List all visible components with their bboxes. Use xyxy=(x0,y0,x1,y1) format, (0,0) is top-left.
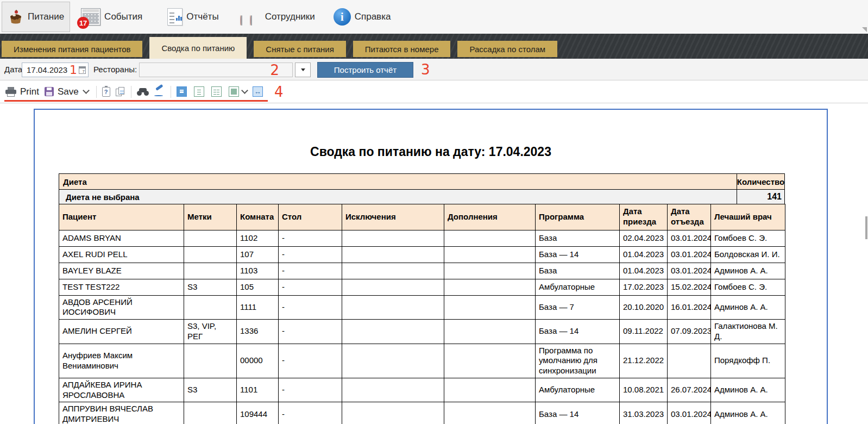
table-cell: 1111 xyxy=(237,295,279,320)
table-cell xyxy=(184,295,237,320)
printer-icon xyxy=(5,87,16,97)
table-cell xyxy=(444,344,536,378)
table-cell xyxy=(444,378,536,402)
table-cell: 1103 xyxy=(237,263,279,279)
table-cell: 03.01.2024 xyxy=(668,246,711,263)
table-header-cell: Исключения xyxy=(342,204,444,230)
nav-item-nutrition[interactable]: Питание xyxy=(2,2,70,32)
table-cell: 01.04.2023 xyxy=(620,246,668,263)
table-cell: - xyxy=(279,378,342,402)
single-page-view-button[interactable] xyxy=(177,86,187,97)
date-picker-icon[interactable] xyxy=(79,66,86,74)
table-header-cell: Программа xyxy=(536,204,620,230)
table-cell: ADAMS BRYAN xyxy=(59,230,184,246)
table-cell xyxy=(184,344,237,378)
separator xyxy=(171,86,171,98)
calendar-icon: 17 xyxy=(81,8,100,26)
annotation-4: 4 xyxy=(274,85,284,99)
table-cell: 31.03.2023 xyxy=(620,402,668,424)
table-cell xyxy=(342,295,444,320)
nav-label-help: Справка xyxy=(355,11,391,22)
table-cell: База — 7 xyxy=(536,295,620,320)
annotation-underline xyxy=(4,100,268,102)
save-button[interactable]: Save xyxy=(45,86,91,97)
table-cell: АВДОВ АРСЕНИЙ ИОСИФОВИЧ xyxy=(59,295,184,320)
two-page-layout-button[interactable] xyxy=(211,86,222,97)
table-cell xyxy=(342,344,444,378)
nav-label-nutrition: Питание xyxy=(28,11,64,22)
copy-page-button[interactable] xyxy=(116,87,125,97)
nav-label-staff: Сотрудники xyxy=(265,11,315,22)
copy-icon xyxy=(116,87,125,97)
date-value: 17.04.2023 xyxy=(27,65,67,74)
tab-eating-in-room[interactable]: Питаются в номере xyxy=(353,41,451,57)
table-row: АМЕЛИН СЕРГЕЙS3, VIP, РЕГ1336-База — 140… xyxy=(59,320,785,344)
table-cell: 1336 xyxy=(237,320,279,344)
diet-header-row: Диета Количество xyxy=(59,174,784,189)
nav-item-reports[interactable]: Отчёты xyxy=(162,2,224,32)
tab-diet-changes[interactable]: Изменения питания пациентов xyxy=(2,41,142,57)
search-button[interactable] xyxy=(137,88,149,96)
table-cell: 15.02.2024 xyxy=(668,279,711,295)
table-cell: Админов А. А. xyxy=(711,263,785,279)
restaurants-dropdown-button[interactable] xyxy=(295,63,311,77)
annotation-2: 2 xyxy=(270,63,279,77)
nav-label-reports: Отчёты xyxy=(186,11,218,22)
report-table-body: ADAMS BRYAN1102-База02.04.202303.01.2024… xyxy=(59,230,785,424)
table-cell: АППРУВИН ВЯЧЕСЛАВ ДМИТРИЕВИЧ xyxy=(59,402,184,424)
one-page-layout-button[interactable] xyxy=(194,86,204,97)
reports-icon xyxy=(167,8,183,26)
table-cell: Гомбоев С. Э. xyxy=(711,279,785,295)
diet-summary-block: Диета Количество Диета не выбрана 141 xyxy=(59,173,785,204)
date-input[interactable]: 17.04.2023 1 xyxy=(22,63,89,77)
table-cell xyxy=(184,263,237,279)
table-cell xyxy=(444,320,536,344)
build-report-button[interactable]: Построить отчёт xyxy=(317,62,413,78)
cake-icon xyxy=(8,9,24,25)
tab-diet-summary[interactable]: Сводка по питанию xyxy=(149,37,247,59)
table-cell: База — 14 xyxy=(536,402,620,424)
table-cell: 10.08.2021 xyxy=(620,378,668,402)
table-row: Ануфриев Максим Вениаминович00000-Програ… xyxy=(59,344,785,378)
table-cell: Админов А. А. xyxy=(711,378,785,402)
vertical-scrollbar[interactable] xyxy=(865,216,867,239)
table-cell: Админов А. А. xyxy=(711,402,785,424)
diet-value-cell: Диета не выбрана xyxy=(59,190,737,204)
table-header-cell: Комната xyxy=(237,204,279,230)
table-row: АПДАЙКЕВА ИРИНА ЯРОСЛАВОВНАS31101-Амбула… xyxy=(59,378,785,402)
print-label: Print xyxy=(20,86,39,97)
page-width-view-button[interactable] xyxy=(253,86,263,97)
pencil-icon xyxy=(154,87,165,97)
table-cell: 21.12.2022 xyxy=(620,344,668,378)
table-cell xyxy=(184,246,237,263)
edit-button[interactable] xyxy=(154,87,165,97)
table-cell: Порядкофф П. xyxy=(711,344,785,378)
table-cell: База xyxy=(536,230,620,246)
table-cell: - xyxy=(279,230,342,246)
table-cell xyxy=(444,279,536,295)
table-header-cell: Дата отъезда xyxy=(668,204,711,230)
table-cell: - xyxy=(279,279,342,295)
table-row: BAYLEY BLAZE1103-База01.04.202303.01.202… xyxy=(59,263,785,279)
table-cell: 07.09.2023 xyxy=(668,320,711,344)
nav-item-help[interactable]: i Справка xyxy=(328,2,397,32)
table-cell: - xyxy=(279,344,342,378)
table-cell xyxy=(668,344,711,378)
report-table-area: Диета Количество Диета не выбрана 141 Па… xyxy=(59,173,785,424)
table-cell: Амбулаторные xyxy=(536,378,620,402)
parameters-button[interactable]: ? xyxy=(102,87,110,97)
tab-table-seating[interactable]: Рассадка по столам xyxy=(457,41,557,57)
table-cell: 01.04.2023 xyxy=(620,263,668,279)
table-cell: 1102 xyxy=(237,230,279,246)
table-cell xyxy=(342,378,444,402)
nav-item-events[interactable]: 17 События xyxy=(76,2,148,32)
table-cell: 26.07.2024 xyxy=(668,378,711,402)
table-cell xyxy=(184,402,237,424)
nav-item-staff[interactable]: Сотрудники xyxy=(234,2,320,32)
tab-removed-from-meals[interactable]: Снятые с питания xyxy=(254,41,345,57)
multi-page-layout-button[interactable] xyxy=(229,86,239,97)
restaurants-select[interactable]: 2 xyxy=(139,63,293,77)
nav-label-events: События xyxy=(104,11,142,22)
chevron-down-icon[interactable] xyxy=(241,87,248,94)
print-button[interactable]: Print xyxy=(5,86,39,97)
